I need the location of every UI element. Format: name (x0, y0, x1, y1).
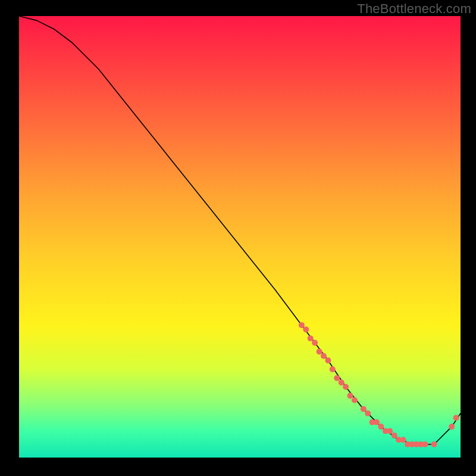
sample-dot (308, 336, 314, 342)
sample-dots-group (299, 322, 459, 447)
sample-dot (312, 340, 318, 346)
sample-dot (352, 397, 358, 403)
sample-dot (330, 367, 336, 372)
sample-dot (299, 322, 305, 328)
chart-svg (19, 16, 461, 458)
watermark-text: TheBottleneck.com (357, 1, 471, 17)
sample-dot (303, 327, 309, 333)
sample-dot (374, 419, 380, 425)
sample-dot (347, 393, 353, 399)
sample-dot (431, 441, 437, 447)
sample-dot (422, 441, 428, 447)
sample-dot (317, 349, 322, 355)
sample-dot (361, 406, 367, 412)
sample-dot (387, 428, 393, 434)
plot-area (19, 16, 461, 458)
sample-dot (392, 433, 397, 439)
sample-dot (325, 358, 331, 364)
sample-dot (378, 424, 384, 430)
sample-dot (339, 380, 345, 386)
sample-dot (453, 415, 459, 421)
chart-frame: TheBottleneck.com (0, 0, 476, 476)
sample-dot (321, 353, 327, 359)
sample-dot (365, 411, 371, 416)
sample-dot (400, 437, 406, 443)
sample-dot (449, 424, 455, 430)
bottleneck-curve (19, 16, 461, 444)
sample-dot (343, 384, 349, 390)
sample-dot (334, 375, 340, 381)
